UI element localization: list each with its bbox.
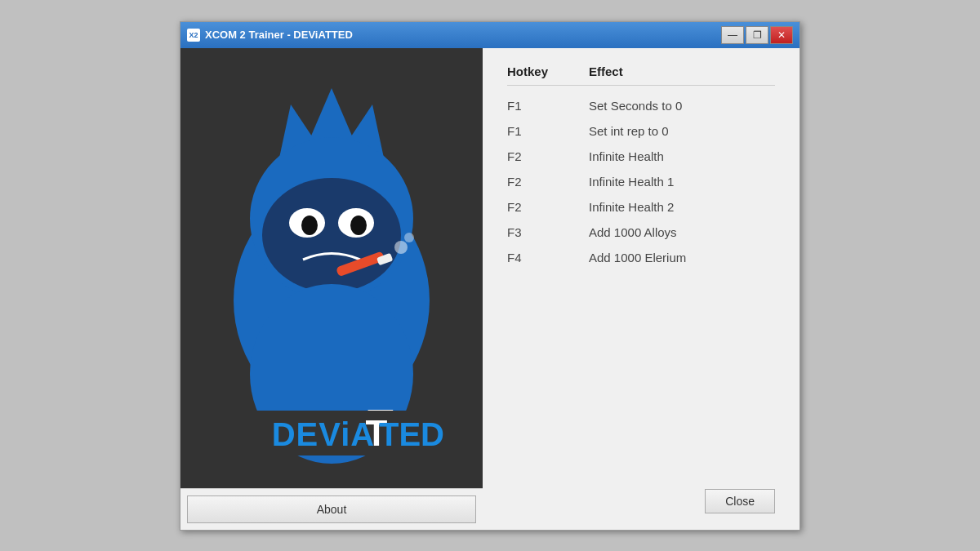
svg-text:TED: TED: [379, 416, 444, 452]
svg-text:DEViA: DEViA: [272, 416, 376, 452]
table-row: F2 Infinite Health 1: [507, 175, 775, 189]
left-panel: DEViA T DEViATTED DEViA T TED About: [180, 48, 483, 530]
hotkey-key: F2: [507, 200, 589, 214]
table-row: F1 Set int rep to 0: [507, 124, 775, 138]
svg-point-8: [301, 216, 318, 235]
right-panel: Hotkey Effect F1 Set Seconds to 0 F1 Set…: [483, 48, 800, 530]
hotkey-key: F2: [507, 149, 589, 163]
table-row: F2 Infinite Health 2: [507, 200, 775, 214]
svg-point-5: [262, 178, 401, 292]
close-button[interactable]: Close: [705, 489, 775, 513]
table-header: Hotkey Effect: [507, 64, 775, 86]
table-row: F1 Set Seconds to 0: [507, 99, 775, 113]
hotkey-table: Hotkey Effect F1 Set Seconds to 0 F1 Set…: [507, 64, 775, 481]
hotkey-effect: Add 1000 Alloys: [589, 225, 775, 239]
close-button-area: Close: [507, 481, 775, 513]
hotkey-column-header: Hotkey: [507, 64, 589, 78]
close-window-button[interactable]: ✕: [770, 26, 793, 44]
about-button[interactable]: About: [187, 495, 476, 523]
hotkey-key: F1: [507, 124, 589, 138]
hotkey-key: F4: [507, 251, 589, 264]
logo-area: DEViA T DEViATTED DEViA T TED: [180, 48, 483, 488]
svg-marker-1: [307, 88, 356, 145]
hotkey-effect: Add 1000 Elerium: [589, 251, 775, 264]
table-row: F3 Add 1000 Alloys: [507, 225, 775, 239]
window-title: XCOM 2 Trainer - DEViATTED: [205, 29, 721, 41]
window-controls: — ❐ ✕: [721, 26, 793, 44]
effect-column-header: Effect: [589, 64, 775, 78]
svg-point-12: [394, 241, 408, 254]
hotkey-effect: Infinite Health: [589, 149, 775, 163]
hotkey-effect: Set int rep to 0: [589, 124, 775, 138]
svg-point-13: [404, 233, 414, 242]
hotkey-effect: Infinite Health 1: [589, 175, 775, 189]
deviatted-logo: DEViA T DEViATTED DEViA T TED: [217, 72, 446, 464]
maximize-button[interactable]: ❐: [746, 26, 768, 44]
hotkey-key: F3: [507, 225, 589, 239]
window-body: DEViA T DEViATTED DEViA T TED About Hotk…: [180, 48, 800, 530]
title-bar: X2 XCOM 2 Trainer - DEViATTED — ❐ ✕: [180, 22, 800, 48]
minimize-button[interactable]: —: [721, 26, 744, 44]
svg-point-9: [350, 216, 367, 235]
main-window: X2 XCOM 2 Trainer - DEViATTED — ❐ ✕: [180, 21, 800, 531]
hotkey-effect: Set Seconds to 0: [589, 99, 775, 113]
hotkey-key: F1: [507, 99, 589, 113]
about-button-area: About: [180, 488, 483, 530]
table-row: F2 Infinite Health: [507, 149, 775, 163]
hotkey-key: F2: [507, 175, 589, 189]
table-row: F4 Add 1000 Elerium: [507, 251, 775, 264]
hotkey-effect: Infinite Health 2: [589, 200, 775, 214]
window-icon: X2: [187, 29, 200, 42]
